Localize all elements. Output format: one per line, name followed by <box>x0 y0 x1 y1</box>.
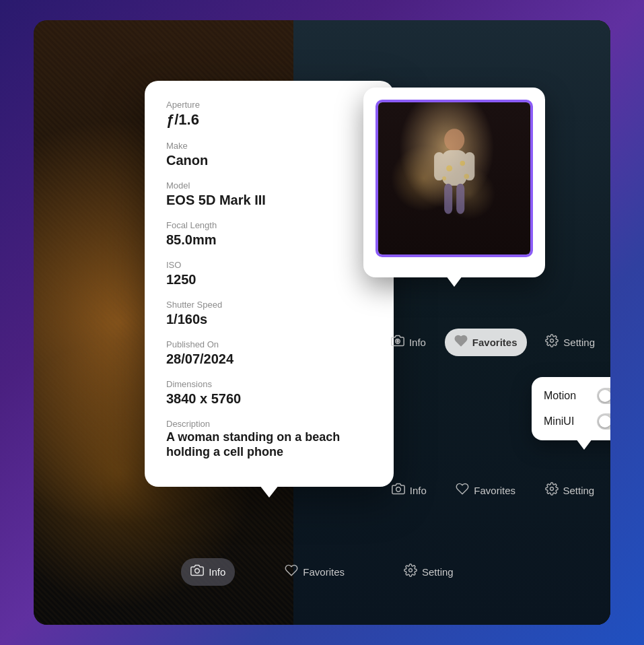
info-row-model: Model EOS 5D Mark III <box>166 180 372 208</box>
camera-info-icon-3 <box>190 564 204 580</box>
description-value: A woman standing on a beach holding a ce… <box>166 430 372 459</box>
favorites-label-2: Favorites <box>474 485 515 496</box>
description-label: Description <box>166 419 372 429</box>
motion-label: Motion <box>544 390 576 402</box>
iso-value: 1250 <box>166 271 372 287</box>
info-row-iso: ISO 1250 <box>166 260 372 287</box>
setting-label-1: Setting <box>563 337 595 348</box>
make-value: Canon <box>166 152 372 168</box>
toolbar-2: Info Favorites Setting <box>363 470 610 511</box>
photo-frame <box>375 100 533 257</box>
miniui-row: MiniUI <box>544 413 610 430</box>
svg-point-16 <box>550 487 553 491</box>
svg-rect-1 <box>442 150 466 186</box>
settings-popup: Motion MiniUI <box>532 377 610 440</box>
model-value: EOS 5D Mark III <box>166 192 372 208</box>
setting-label-2: Setting <box>563 485 595 496</box>
gear-icon-2 <box>545 482 559 499</box>
svg-point-15 <box>396 487 400 492</box>
svg-point-14 <box>550 339 554 343</box>
focal-label: Focal Length <box>166 220 372 230</box>
info-row-shutter: Shutter Speed 1/160s <box>166 300 372 327</box>
published-label: Published On <box>166 339 372 349</box>
svg-point-8 <box>442 176 446 180</box>
info-label-2: Info <box>410 485 427 496</box>
published-value: 28/07/2024 <box>166 351 372 367</box>
favorites-label-1: Favorites <box>472 337 517 348</box>
info-button-2[interactable]: Info <box>382 477 436 504</box>
info-row-aperture: Aperture ƒ/1.6 <box>166 100 372 129</box>
svg-rect-5 <box>456 184 464 214</box>
info-button-1[interactable]: Info <box>382 329 435 356</box>
gear-icon-1 <box>545 334 559 351</box>
motion-toggle[interactable] <box>597 388 610 404</box>
info-row-focal: Focal Length 85.0mm <box>166 220 372 248</box>
camera-info-icon-2 <box>392 482 405 499</box>
dimensions-label: Dimensions <box>166 379 372 389</box>
miniui-toggle[interactable] <box>597 413 610 430</box>
info-button-3[interactable]: Info <box>181 558 235 586</box>
gear-svg-3 <box>404 564 417 577</box>
toolbar-3: Info Favorites Setting <box>67 551 577 592</box>
make-label: Make <box>166 141 372 151</box>
svg-point-7 <box>460 161 465 166</box>
toolbar-1: Info Favorites Setting <box>363 322 610 363</box>
info-label-1: Info <box>409 337 426 348</box>
svg-rect-2 <box>434 152 444 180</box>
setting-label-3: Setting <box>422 566 454 578</box>
heart-svg-1 <box>454 334 468 347</box>
miniui-label: MiniUI <box>544 415 574 428</box>
photo-card <box>363 88 545 277</box>
shutter-label: Shutter Speed <box>166 300 372 310</box>
svg-point-6 <box>446 165 452 171</box>
info-row-dimensions: Dimensions 3840 x 5760 <box>166 379 372 407</box>
setting-button-3[interactable]: Setting <box>394 558 463 586</box>
favorites-label-3: Favorites <box>303 566 345 578</box>
svg-point-0 <box>444 129 464 151</box>
setting-button-2[interactable]: Setting <box>536 477 604 504</box>
dimensions-value: 3840 x 5760 <box>166 391 372 407</box>
aperture-label: Aperture <box>166 100 372 110</box>
camera-svg-2 <box>392 482 405 496</box>
svg-point-9 <box>464 174 469 179</box>
setting-button-1[interactable]: Setting <box>536 329 604 356</box>
iso-label: ISO <box>166 260 372 270</box>
motion-row: Motion <box>544 388 610 404</box>
aperture-value: ƒ/1.6 <box>166 111 372 129</box>
focal-value: 85.0mm <box>166 232 372 248</box>
info-row-description: Description A woman standing on a beach … <box>166 419 372 459</box>
camera-svg-3 <box>190 564 204 577</box>
info-row-make: Make Canon <box>166 141 372 168</box>
svg-point-11 <box>397 341 399 343</box>
main-window: Aperture ƒ/1.6 Make Canon Model EOS 5D M… <box>34 20 610 625</box>
favorites-button-2[interactable]: Favorites <box>446 477 525 504</box>
favorites-button-1[interactable]: Favorites <box>445 329 527 356</box>
heart-icon-1 <box>454 334 468 351</box>
model-label: Model <box>166 180 372 191</box>
gear-icon-3 <box>404 564 417 580</box>
gear-svg-1 <box>545 334 559 347</box>
heart-icon-3 <box>285 564 298 580</box>
info-row-published: Published On 28/07/2024 <box>166 339 372 367</box>
heart-svg-2 <box>456 482 469 496</box>
info-label-3: Info <box>209 566 225 578</box>
photo-figure <box>424 125 485 232</box>
shutter-value: 1/160s <box>166 311 372 327</box>
svg-rect-4 <box>444 184 452 214</box>
heart-icon-2 <box>456 482 469 499</box>
svg-point-18 <box>409 569 413 572</box>
gear-svg-2 <box>545 482 559 496</box>
heart-svg-3 <box>285 564 298 577</box>
favorites-button-3[interactable]: Favorites <box>275 558 354 586</box>
info-card: Aperture ƒ/1.6 Make Canon Model EOS 5D M… <box>145 81 394 487</box>
camera-info-icon-1 <box>391 334 404 351</box>
camera-svg-1 <box>391 334 404 347</box>
svg-point-17 <box>195 569 200 574</box>
